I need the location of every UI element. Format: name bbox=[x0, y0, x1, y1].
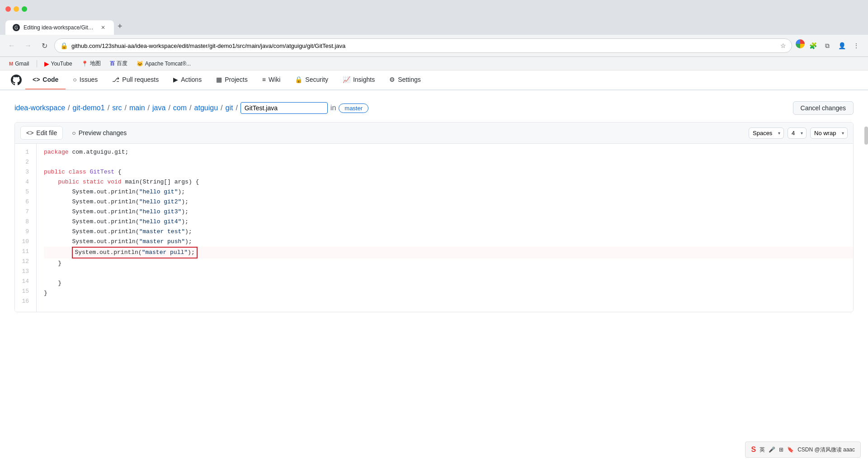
refresh-btn[interactable]: ↻ bbox=[38, 39, 51, 52]
breadcrumb-atguigu[interactable]: atguigu bbox=[194, 104, 218, 112]
maximize-window-btn[interactable] bbox=[22, 6, 27, 12]
line-num: 3 bbox=[15, 167, 36, 177]
indent-mode-wrapper[interactable]: Spaces bbox=[749, 127, 784, 139]
edit-icon: <> bbox=[26, 129, 33, 136]
edit-tab-label: Edit file bbox=[36, 129, 57, 136]
nav-label: Code bbox=[42, 76, 58, 83]
nav-security[interactable]: 🔒 Security bbox=[288, 70, 335, 89]
csdn-bookmark: 🔖 bbox=[787, 446, 794, 453]
new-tab-btn[interactable]: + bbox=[114, 18, 126, 35]
browser-nav-bar: ← → ↻ 🔒 ☆ 🧩 ⧉ 👤 ⋮ bbox=[0, 35, 868, 57]
nav-issues[interactable]: ○ Issues bbox=[66, 70, 105, 89]
bookmark-tomcat[interactable]: 🐱 Apache Tomcat®... bbox=[133, 60, 194, 68]
edit-file-tab[interactable]: <> Edit file bbox=[20, 126, 63, 140]
address-bar[interactable]: 🔒 ☆ bbox=[54, 38, 792, 53]
wrap-mode-select[interactable]: No wrap bbox=[810, 127, 848, 139]
preview-changes-tab[interactable]: ○ Preview changes bbox=[66, 127, 132, 139]
scrollbar-indicator[interactable] bbox=[864, 127, 868, 145]
nav-label: Issues bbox=[80, 76, 98, 83]
line-num: 4 bbox=[15, 177, 36, 187]
code-icon: <> bbox=[33, 76, 40, 83]
code-line-9: System.out.println("master test"); bbox=[44, 227, 853, 237]
split-screen-btn[interactable]: ⧉ bbox=[821, 39, 834, 52]
editor-container: <> Edit file ○ Preview changes Spaces bbox=[14, 122, 854, 312]
minimize-window-btn[interactable] bbox=[14, 6, 19, 12]
breadcrumb-src[interactable]: src bbox=[112, 104, 122, 112]
csdn-user: CSDN @清风微读 aaac bbox=[797, 446, 855, 454]
svg-text:G: G bbox=[14, 25, 18, 30]
code-area[interactable]: 1 2 3 4 5 6 7 8 9 10 11 12 13 14 15 16 bbox=[15, 144, 853, 312]
code-line-13 bbox=[44, 268, 853, 278]
breadcrumb-git[interactable]: git bbox=[226, 104, 233, 112]
nav-wiki[interactable]: ≡ Wiki bbox=[255, 70, 288, 89]
bookmark-gmail[interactable]: M Gmail bbox=[5, 60, 33, 68]
breadcrumb-main[interactable]: main bbox=[129, 104, 145, 112]
github-nav: <> Code ○ Issues ⎇ Pull requests ▶ Actio… bbox=[0, 70, 868, 90]
line-num: 2 bbox=[15, 157, 36, 167]
indent-mode-select[interactable]: Spaces bbox=[749, 127, 784, 139]
breadcrumb-sep: / bbox=[189, 104, 191, 112]
code-line-14: } bbox=[44, 278, 853, 288]
editor-toolbar: <> Edit file ○ Preview changes Spaces bbox=[15, 122, 853, 144]
baidu-icon: 百 bbox=[110, 60, 115, 67]
filename-input[interactable] bbox=[241, 102, 328, 114]
wrap-mode-wrapper[interactable]: No wrap bbox=[810, 127, 848, 139]
forward-btn[interactable]: → bbox=[22, 39, 34, 52]
code-line-6: System.out.println("hello git2"); bbox=[44, 197, 853, 207]
line-num: 15 bbox=[15, 287, 36, 296]
tab-close-btn[interactable]: ✕ bbox=[99, 24, 107, 31]
nav-settings[interactable]: ⚙ Settings bbox=[382, 70, 428, 89]
profile-btn[interactable]: 👤 bbox=[835, 39, 848, 52]
code-line-7: System.out.println("hello git3"); bbox=[44, 207, 853, 217]
active-tab[interactable]: G Editing idea-workspace/GitTe... ✕ bbox=[5, 20, 114, 35]
code-line-3: public class GitTest { bbox=[44, 167, 853, 177]
address-input[interactable] bbox=[71, 42, 777, 49]
line-num: 14 bbox=[15, 277, 36, 287]
code-line-10: System.out.println("master push"); bbox=[44, 237, 853, 247]
breadcrumb-sep: / bbox=[236, 104, 237, 112]
code-line-12: } bbox=[44, 258, 853, 268]
browser-titlebar bbox=[0, 0, 868, 18]
bookmark-star-icon[interactable]: ☆ bbox=[780, 42, 786, 49]
cancel-changes-btn[interactable]: Cancel changes bbox=[793, 101, 854, 115]
indent-size-wrapper[interactable]: 4 bbox=[788, 127, 807, 139]
breadcrumb-sep: / bbox=[108, 104, 109, 112]
branch-selector[interactable]: master bbox=[339, 103, 368, 113]
github-logo bbox=[11, 75, 22, 85]
menu-btn[interactable]: ⋮ bbox=[850, 39, 863, 52]
back-btn[interactable]: ← bbox=[5, 39, 18, 52]
lock-icon: 🔒 bbox=[60, 42, 68, 49]
code-line-8: System.out.println("hello git4"); bbox=[44, 217, 853, 227]
wiki-icon: ≡ bbox=[262, 76, 266, 83]
code-line-15: } bbox=[44, 288, 853, 298]
nav-code[interactable]: <> Code bbox=[25, 70, 66, 89]
line-num: 11 bbox=[15, 247, 36, 257]
close-window-btn[interactable] bbox=[5, 6, 11, 12]
youtube-icon: ▶ bbox=[44, 60, 49, 67]
nav-label: Wiki bbox=[269, 76, 280, 83]
code-line-2 bbox=[44, 157, 853, 167]
tab-title: Editing idea-workspace/GitTe... bbox=[24, 24, 96, 31]
nav-actions[interactable]: ▶ Actions bbox=[166, 70, 209, 89]
breadcrumb-java[interactable]: java bbox=[152, 104, 165, 112]
nav-label: Settings bbox=[398, 76, 421, 83]
nav-projects[interactable]: ▦ Projects bbox=[209, 70, 255, 89]
indent-size-select[interactable]: 4 bbox=[788, 127, 807, 139]
bookmark-maps[interactable]: 📍 地图 bbox=[78, 59, 104, 68]
bookmarks-bar: M Gmail ▶ YouTube 📍 地图 百 百度 🐱 Apache Tom… bbox=[0, 57, 868, 70]
breadcrumb-com[interactable]: com bbox=[173, 104, 187, 112]
nav-insights[interactable]: 📈 Insights bbox=[335, 70, 382, 89]
bookmark-baidu[interactable]: 百 百度 bbox=[106, 59, 131, 68]
issues-icon: ○ bbox=[73, 76, 76, 83]
bookmark-youtube[interactable]: ▶ YouTube bbox=[41, 59, 76, 68]
code-lines[interactable]: package com.atguigu.git; public class Gi… bbox=[37, 144, 853, 312]
breadcrumb-demo[interactable]: git-demo1 bbox=[73, 104, 105, 112]
breadcrumb-repo[interactable]: idea-workspace bbox=[14, 104, 65, 112]
extensions-btn[interactable]: 🧩 bbox=[807, 39, 819, 52]
settings-icon: ⚙ bbox=[389, 76, 395, 83]
csdn-table: ⊞ bbox=[779, 446, 783, 453]
breadcrumb: idea-workspace / git-demo1 / src / main … bbox=[14, 101, 854, 115]
nav-pull-requests[interactable]: ⎇ Pull requests bbox=[105, 70, 166, 89]
code-line-11: System.out.println("master pull"); bbox=[44, 247, 853, 258]
preview-tab-label: Preview changes bbox=[79, 129, 127, 136]
